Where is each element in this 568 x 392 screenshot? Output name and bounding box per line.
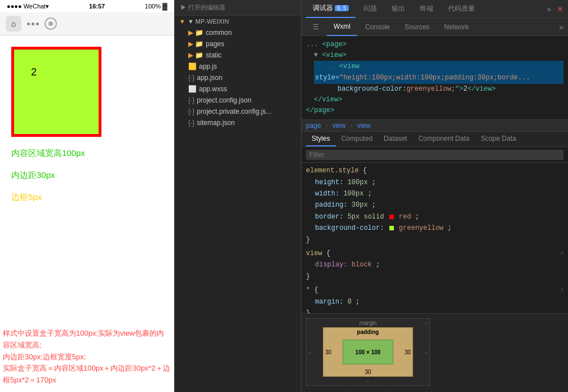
margin-left: - <box>309 349 310 355</box>
subtab-dataset[interactable]: Dataset <box>378 132 412 146</box>
content-area-annotation: 内容区域宽高100px <box>11 148 163 159</box>
css-prop-margin[interactable]: margin: 0 ; <box>306 296 563 308</box>
explorer-item-appjson[interactable]: {·} app.json <box>175 72 301 83</box>
phone-status-bar: ●●●● WeChat▾ 16:57 100% ▓ <box>0 0 174 12</box>
box-model-margin: margin - padding 30 30 30 100 × 100 - - … <box>306 318 430 386</box>
html-line-inner-view[interactable]: ... <view style="height:100px;width:100p… <box>314 61 563 83</box>
debugger-badge: 6, 5 <box>335 5 349 11</box>
tab-network[interactable]: Network <box>437 18 476 36</box>
json-file-icon: {·} <box>188 74 194 82</box>
folder-icon: ▶ 📁 <box>188 40 203 48</box>
record-button[interactable] <box>45 17 57 30</box>
tab-console[interactable]: Console <box>358 18 397 36</box>
html-line-close-page: </page> <box>306 105 563 116</box>
subtab-component-data[interactable]: Component Data <box>412 132 475 146</box>
json-file-icon: {·} <box>188 108 194 115</box>
html-tree: ... <page> ▼ <view> ... <view style="hei… <box>301 36 568 120</box>
wxss-file-icon: ⬜ <box>188 85 197 93</box>
tab-terminal[interactable]: 终端 <box>413 0 440 18</box>
html-line-page: ... <page> <box>306 39 563 50</box>
demo-box: 2 <box>11 47 101 137</box>
explorer-item-projectconfig[interactable]: {·} project.config.json <box>175 95 301 106</box>
color-swatch-green <box>389 226 394 230</box>
box-number: 2 <box>31 66 37 78</box>
css-rule-element-style-close: } <box>306 234 563 246</box>
time-display: 16:57 <box>89 3 105 10</box>
padding-annotation: 内边距30px <box>11 170 163 181</box>
css-prop-height[interactable]: height: 100px ; <box>306 177 563 188</box>
panel-icon[interactable]: ☰ <box>306 18 326 36</box>
tab-output[interactable]: 输出 <box>385 0 412 18</box>
phone-toolbar: ⌂ <box>0 12 174 35</box>
annotations: 内容区域宽高100px 内边距30px 边框5px <box>11 148 163 203</box>
folder-icon: ▶ 📁 <box>188 29 203 37</box>
phone-content: 2 内容区域宽高100px 内边距30px 边框5px 样式中设置盒子宽高为10… <box>0 35 174 392</box>
color-swatch-red <box>389 215 394 219</box>
carrier-signal: ●●●● WeChat▾ <box>7 3 49 10</box>
battery-display: 100% ▓ <box>145 2 167 10</box>
css-prop-padding[interactable]: padding: 30px ; <box>306 199 563 211</box>
margin-label: margin <box>360 320 377 326</box>
close-panel-button[interactable]: ✕ <box>557 5 563 14</box>
css-rule-star: * { ↗ margin: 0 ; } <box>306 284 563 313</box>
html-line-close-view: </view> <box>314 95 563 105</box>
css-rule-view: view { ↗ display: block ; } <box>306 248 563 282</box>
devtools-panel: 调试器 6, 5 问题 输出 终端 代码质量 » ✕ ☰ Wxml Consol… <box>301 0 568 392</box>
padding-left-value: 30 <box>325 349 331 355</box>
panel-subtabs: ☰ Wxml Console Sources Network » <box>301 18 568 36</box>
explorer-item-appjs[interactable]: 🟨 app.js <box>175 61 301 72</box>
folder-icon: ▶ 📁 <box>188 51 203 59</box>
tab-sources[interactable]: Sources <box>398 18 436 36</box>
breadcrumb-view1[interactable]: view <box>332 122 346 130</box>
css-prop-width[interactable]: width: 100px ; <box>306 188 563 199</box>
css-selector-element-style: element.style { <box>306 165 563 176</box>
devtools-topbar: 调试器 6, 5 问题 输出 终端 代码质量 » ✕ <box>301 0 568 18</box>
phone-panel: ●●●● WeChat▾ 16:57 100% ▓ ⌂ 2 内容区域宽高100p… <box>0 0 175 392</box>
padding-bottom-value: 30 <box>365 369 371 375</box>
tab-wxml[interactable]: Wxml <box>327 18 357 36</box>
open-editors-label: ▶ 打开的编辑器 <box>180 3 225 12</box>
tab-code-quality[interactable]: 代码质量 <box>441 0 482 18</box>
explorer-item-projectprivate[interactable]: {·} project.private.config.js... <box>175 106 301 117</box>
more-button[interactable] <box>27 23 39 25</box>
more-panel-tabs[interactable]: » <box>559 23 563 32</box>
border-annotation: 边框5px <box>11 192 163 203</box>
tab-debugger[interactable]: 调试器 6, 5 <box>306 0 356 18</box>
tab-issues[interactable]: 问题 <box>357 0 384 18</box>
explorer-item-appwxss[interactable]: ⬜ app.wxss <box>175 83 301 95</box>
css-rule-star-close: } <box>306 308 563 313</box>
css-selector-view: view { ↗ <box>306 248 563 259</box>
explorer-item-common[interactable]: ▶ 📁 common <box>175 27 301 38</box>
css-rules: element.style { height: 100px ; width: 1… <box>301 163 568 313</box>
html-line-view: ▼ <view> <box>314 50 563 61</box>
filter-input[interactable] <box>306 150 563 160</box>
padding-label: padding <box>357 329 379 335</box>
css-prop-display[interactable]: display: block ; <box>306 259 563 270</box>
css-rule-element-style: element.style { height: 100px ; width: 1… <box>306 165 563 246</box>
js-file-icon: 🟨 <box>188 63 197 70</box>
margin-dash: - <box>425 320 427 326</box>
breadcrumb-view2[interactable]: view <box>357 122 371 130</box>
json-file-icon: {·} <box>188 119 194 127</box>
box-model-panel: margin - padding 30 30 30 100 × 100 - - … <box>301 313 568 392</box>
content-size-label: 100 × 100 <box>356 349 381 355</box>
breadcrumb-page[interactable]: page <box>306 122 321 130</box>
explorer-item-static[interactable]: ▶ 📁 static <box>175 50 301 61</box>
home-button[interactable]: ⌂ <box>6 16 21 32</box>
explorer-item-sitemap[interactable]: {·} sitemap.json <box>175 117 301 128</box>
padding-right-value: 30 <box>405 349 411 355</box>
explorer-root[interactable]: ▼ ▼ MP-WEIXIN <box>175 16 301 27</box>
css-selector-star: * { ↗ <box>306 284 563 296</box>
css-prop-border[interactable]: border: 5px solid red ; <box>306 211 563 222</box>
breadcrumb: page › view › view <box>301 120 568 132</box>
more-tabs-button[interactable]: » <box>547 5 551 14</box>
battery-icon: ▓ <box>162 2 167 10</box>
margin-right: - <box>425 349 427 355</box>
css-prop-background[interactable]: background-color: greenyellow ; <box>306 222 563 234</box>
subtab-scope-data[interactable]: Scope Data <box>475 132 522 146</box>
bottom-explanation: 样式中设置盒子宽高为100px;实际为view包裹的内容区域宽高;内边距30px… <box>3 328 171 386</box>
box-model-padding: padding 30 30 30 100 × 100 <box>323 327 413 377</box>
subtab-styles[interactable]: Styles <box>306 132 336 146</box>
subtab-computed[interactable]: Computed <box>336 132 378 146</box>
explorer-item-pages[interactable]: ▶ 📁 pages <box>175 38 301 50</box>
